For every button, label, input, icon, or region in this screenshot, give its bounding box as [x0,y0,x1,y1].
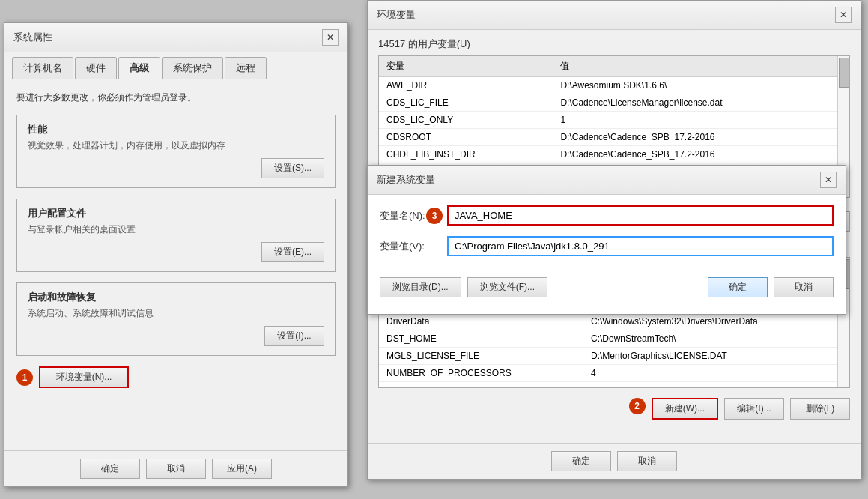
sys-var-value: C:\Windows\System32\Drivers\DriverData [583,313,849,330]
user-var-value: D:\Awesomium SDK\1.6.6\ [553,77,849,94]
var-value-input[interactable] [447,236,834,256]
sys-var-name: OS [379,382,583,389]
new-var-title: 新建系统变量 [377,173,435,187]
user-var-name: CDS_LIC_ONLY [379,112,553,129]
user-col-value: 值 [553,56,849,77]
user-var-name: CDS_LIC_FILE [379,94,553,112]
sys-props-cancel-button[interactable]: 取消 [146,459,206,479]
sys-table-row[interactable]: DriverDataC:\Windows\System32\Drivers\Dr… [379,313,849,330]
user-vars-scroll-thumb[interactable] [839,58,849,88]
sys-vars-buttons: 2 新建(W)... 编辑(I)... 删除(L) [378,398,850,420]
sys-table-row[interactable]: MGLS_LICENSE_FILED:\MentorGraphics\LICEN… [379,348,849,365]
sys-var-value: D:\MentorGraphics\LICENSE.DAT [583,348,849,365]
env-vars-close-button[interactable]: ✕ [835,7,852,23]
var-name-row: 变量名(N): 3 [380,205,834,226]
performance-section: 性能 视觉效果，处理器计划，内存使用，以及虚拟内存 设置(S)... [16,115,336,188]
env-vars-row: 1 环境变量(N)... [16,366,336,388]
tab-hardware[interactable]: 硬件 [75,57,117,79]
browse-dir-button[interactable]: 浏览目录(D)... [380,277,461,297]
tab-system-protection[interactable]: 系统保护 [162,57,223,79]
badge-1: 1 [16,369,33,386]
user-table-row[interactable]: CDS_LIC_ONLY1 [379,112,849,129]
new-var-browse-row: 浏览目录(D)... 浏览文件(F)... 确定 取消 [368,277,846,303]
user-var-value: D:\Cadence\Cadence_SPB_17.2-2016 [553,146,849,163]
sys-var-name: NUMBER_OF_PROCESSORS [379,365,583,382]
badge-3: 3 [426,208,443,224]
info-text: 要进行大多数更改，你必须作为管理员登录。 [16,91,336,104]
var-name-input[interactable] [447,205,834,226]
sys-table-row[interactable]: DST_HOMEC:\DownStreamTech\ [379,330,849,348]
sys-edit-button[interactable]: 编辑(I)... [724,398,784,420]
system-properties-dialog: 系统属性 ✕ 计算机名 硬件 高级 系统保护 远程 要进行大多数更改，你必须作为… [4,22,348,487]
sys-props-titlebar: 系统属性 ✕ [4,23,347,52]
env-vars-titlebar: 环境变量 ✕ [368,1,861,30]
sys-var-value: 4 [583,365,849,382]
sys-var-name: DST_HOME [379,330,583,348]
new-var-close-button[interactable]: ✕ [820,172,837,188]
user-var-name: AWE_DIR [379,77,553,94]
env-vars-title: 环境变量 [377,8,416,22]
browse-file-button[interactable]: 浏览文件(F)... [467,277,547,297]
performance-settings-button[interactable]: 设置(S)... [261,158,324,178]
badge-2: 2 [629,398,646,414]
sys-var-name: DriverData [379,313,583,330]
startup-title: 启动和故障恢复 [28,291,324,304]
user-vars-table: 变量 值 AWE_DIRD:\Awesomium SDK\1.6.6\CDS_L… [379,56,849,163]
user-vars-label: 14517 的用户变量(U) [378,37,850,51]
new-var-cancel-button[interactable]: 取消 [774,277,834,297]
sys-var-value: C:\DownStreamTech\ [583,330,849,348]
startup-section: 启动和故障恢复 系统启动、系统故障和调试信息 设置(I)... [16,282,336,356]
tab-advanced[interactable]: 高级 [118,57,160,79]
startup-settings-button[interactable]: 设置(I)... [264,326,324,346]
user-var-value: D:\Cadence\Cadence_SPB_17.2-2016 [553,129,849,146]
tab-computer-name[interactable]: 计算机名 [12,57,73,79]
user-var-value: 1 [553,112,849,129]
user-profile-desc: 与登录帐户相关的桌面设置 [28,223,324,236]
user-table-row[interactable]: CDS_LIC_FILED:\Cadence\LicenseManager\li… [379,94,849,112]
new-var-form: 变量名(N): 3 变量值(V): [368,195,846,277]
sys-table-row[interactable]: NUMBER_OF_PROCESSORS4 [379,365,849,382]
user-table-row[interactable]: CHDL_LIB_INST_DIRD:\Cadence\Cadence_SPB_… [379,146,849,163]
sys-var-value: Windows_NT [583,382,849,389]
user-var-name: CDSROOT [379,129,553,146]
performance-desc: 视觉效果，处理器计划，内存使用，以及虚拟内存 [28,139,324,152]
env-vars-footer: 确定 取消 [368,443,861,479]
user-profile-section: 用户配置文件 与登录帐户相关的桌面设置 设置(E)... [16,199,336,272]
user-col-name: 变量 [379,56,553,77]
env-vars-cancel-button[interactable]: 取消 [617,451,677,471]
sys-props-title: 系统属性 [13,31,52,44]
new-var-dialog: 新建系统变量 ✕ 变量名(N): 3 变量值(V): 浏览目录(D)... 浏览… [367,165,846,315]
sys-delete-button[interactable]: 删除(L) [790,398,850,420]
user-var-value: D:\Cadence\LicenseManager\license.dat [553,94,849,112]
performance-title: 性能 [28,123,324,136]
new-var-ok-button[interactable]: 确定 [708,277,768,297]
tab-remote[interactable]: 远程 [225,57,267,79]
var-value-label: 变量值(V): [380,240,440,253]
user-table-row[interactable]: AWE_DIRD:\Awesomium SDK\1.6.6\ [379,77,849,94]
env-vars-ok-button[interactable]: 确定 [551,451,611,471]
sys-new-button[interactable]: 新建(W)... [652,398,718,420]
sys-props-ok-button[interactable]: 确定 [80,459,140,479]
user-profile-settings-button[interactable]: 设置(E)... [261,242,324,262]
sys-var-name: MGLS_LICENSE_FILE [379,348,583,365]
var-value-row: 变量值(V): [380,236,834,256]
user-table-row[interactable]: CDSROOTD:\Cadence\Cadence_SPB_17.2-2016 [379,129,849,146]
sys-props-footer: 确定 取消 应用(A) [4,450,347,486]
user-var-name: CHDL_LIB_INST_DIR [379,146,553,163]
env-vars-button[interactable]: 环境变量(N)... [39,366,129,388]
startup-desc: 系统启动、系统故障和调试信息 [28,307,324,320]
sys-props-apply-button[interactable]: 应用(A) [212,459,272,479]
sys-props-content: 要进行大多数更改，你必须作为管理员登录。 性能 视觉效果，处理器计划，内存使用，… [4,79,347,400]
sys-props-tabs: 计算机名 硬件 高级 系统保护 远程 [4,52,347,79]
sys-props-close-button[interactable]: ✕ [322,29,339,46]
user-profile-title: 用户配置文件 [28,207,324,220]
sys-table-row[interactable]: OSWindows_NT [379,382,849,389]
new-var-titlebar: 新建系统变量 ✕ [368,166,846,195]
